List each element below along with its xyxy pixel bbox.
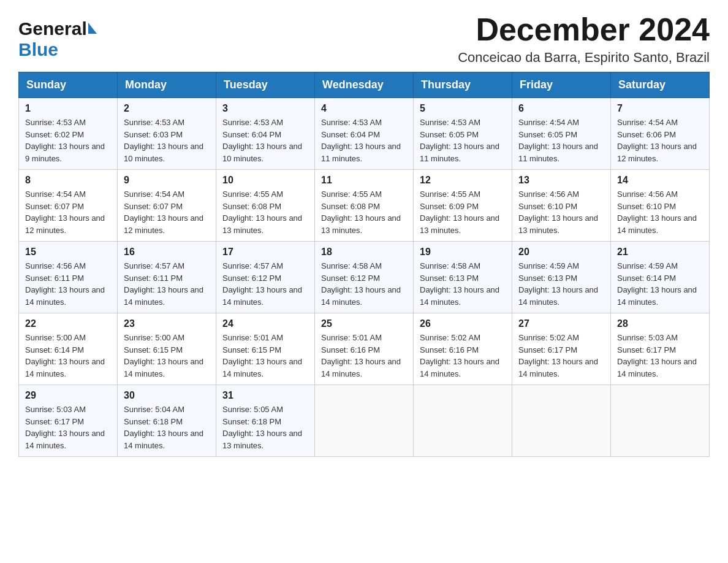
- day-number: 9: [124, 175, 210, 186]
- calendar-week-row: 15Sunrise: 4:56 AMSunset: 6:11 PMDayligh…: [19, 242, 710, 313]
- col-wednesday: Wednesday: [315, 72, 414, 98]
- day-info: Sunrise: 5:00 AMSunset: 6:14 PMDaylight:…: [25, 332, 111, 380]
- table-row: [512, 385, 611, 457]
- table-row: 7Sunrise: 4:54 AMSunset: 6:06 PMDaylight…: [611, 98, 710, 170]
- calendar-table: Sunday Monday Tuesday Wednesday Thursday…: [18, 72, 710, 457]
- day-info: Sunrise: 4:54 AMSunset: 6:06 PMDaylight:…: [617, 117, 703, 164]
- title-block: December 2024 Conceicao da Barra, Espiri…: [458, 12, 710, 66]
- day-info: Sunrise: 4:54 AMSunset: 6:07 PMDaylight:…: [25, 188, 111, 236]
- table-row: 4Sunrise: 4:53 AMSunset: 6:04 PMDaylight…: [315, 98, 414, 170]
- col-thursday: Thursday: [414, 72, 512, 98]
- table-row: 30Sunrise: 5:04 AMSunset: 6:18 PMDayligh…: [118, 385, 216, 457]
- day-info: Sunrise: 4:55 AMSunset: 6:09 PMDaylight:…: [420, 188, 506, 236]
- day-number: 5: [420, 103, 506, 114]
- table-row: [611, 385, 710, 457]
- day-info: Sunrise: 4:55 AMSunset: 6:08 PMDaylight:…: [222, 188, 308, 236]
- table-row: 5Sunrise: 4:53 AMSunset: 6:05 PMDaylight…: [414, 98, 512, 170]
- day-info: Sunrise: 5:00 AMSunset: 6:15 PMDaylight:…: [124, 332, 210, 380]
- day-number: 25: [321, 318, 407, 329]
- day-number: 30: [124, 390, 210, 401]
- day-info: Sunrise: 5:03 AMSunset: 6:17 PMDaylight:…: [617, 332, 703, 380]
- table-row: 6Sunrise: 4:54 AMSunset: 6:05 PMDaylight…: [512, 98, 611, 170]
- logo: General Blue: [18, 18, 97, 60]
- day-number: 7: [617, 103, 703, 114]
- table-row: 23Sunrise: 5:00 AMSunset: 6:15 PMDayligh…: [118, 313, 216, 385]
- table-row: 20Sunrise: 4:59 AMSunset: 6:13 PMDayligh…: [512, 242, 611, 313]
- day-info: Sunrise: 4:54 AMSunset: 6:05 PMDaylight:…: [518, 117, 604, 164]
- calendar-week-row: 8Sunrise: 4:54 AMSunset: 6:07 PMDaylight…: [19, 170, 710, 242]
- day-info: Sunrise: 4:56 AMSunset: 6:10 PMDaylight:…: [518, 188, 604, 236]
- month-title: December 2024: [458, 12, 710, 47]
- calendar-week-row: 29Sunrise: 5:03 AMSunset: 6:17 PMDayligh…: [19, 385, 710, 457]
- col-friday: Friday: [512, 72, 611, 98]
- day-number: 1: [25, 103, 111, 114]
- table-row: 25Sunrise: 5:01 AMSunset: 6:16 PMDayligh…: [315, 313, 414, 385]
- table-row: 24Sunrise: 5:01 AMSunset: 6:15 PMDayligh…: [216, 313, 315, 385]
- day-info: Sunrise: 4:53 AMSunset: 6:04 PMDaylight:…: [222, 117, 308, 164]
- day-number: 6: [518, 103, 604, 114]
- day-info: Sunrise: 5:02 AMSunset: 6:16 PMDaylight:…: [420, 332, 506, 380]
- page-header: General Blue December 2024 Conceicao da …: [18, 12, 710, 66]
- day-info: Sunrise: 5:05 AMSunset: 6:18 PMDaylight:…: [222, 404, 308, 451]
- table-row: 15Sunrise: 4:56 AMSunset: 6:11 PMDayligh…: [19, 242, 118, 313]
- day-info: Sunrise: 4:56 AMSunset: 6:11 PMDaylight:…: [25, 260, 111, 308]
- table-row: 13Sunrise: 4:56 AMSunset: 6:10 PMDayligh…: [512, 170, 611, 242]
- table-row: 11Sunrise: 4:55 AMSunset: 6:08 PMDayligh…: [315, 170, 414, 242]
- day-info: Sunrise: 4:58 AMSunset: 6:13 PMDaylight:…: [420, 260, 506, 308]
- day-number: 18: [321, 247, 407, 258]
- day-number: 20: [518, 247, 604, 258]
- day-number: 21: [617, 247, 703, 258]
- day-info: Sunrise: 5:01 AMSunset: 6:16 PMDaylight:…: [321, 332, 407, 380]
- day-number: 2: [124, 103, 210, 114]
- table-row: 26Sunrise: 5:02 AMSunset: 6:16 PMDayligh…: [414, 313, 512, 385]
- day-number: 29: [25, 390, 111, 401]
- day-number: 11: [321, 175, 407, 186]
- day-number: 31: [222, 390, 308, 401]
- table-row: 10Sunrise: 4:55 AMSunset: 6:08 PMDayligh…: [216, 170, 315, 242]
- day-number: 28: [617, 318, 703, 329]
- day-number: 10: [222, 175, 308, 186]
- table-row: 28Sunrise: 5:03 AMSunset: 6:17 PMDayligh…: [611, 313, 710, 385]
- table-row: 16Sunrise: 4:57 AMSunset: 6:11 PMDayligh…: [118, 242, 216, 313]
- table-row: 19Sunrise: 4:58 AMSunset: 6:13 PMDayligh…: [414, 242, 512, 313]
- col-saturday: Saturday: [611, 72, 710, 98]
- day-info: Sunrise: 4:58 AMSunset: 6:12 PMDaylight:…: [321, 260, 407, 308]
- table-row: 22Sunrise: 5:00 AMSunset: 6:14 PMDayligh…: [19, 313, 118, 385]
- table-row: 18Sunrise: 4:58 AMSunset: 6:12 PMDayligh…: [315, 242, 414, 313]
- day-info: Sunrise: 4:57 AMSunset: 6:12 PMDaylight:…: [222, 260, 308, 308]
- table-row: 8Sunrise: 4:54 AMSunset: 6:07 PMDaylight…: [19, 170, 118, 242]
- day-info: Sunrise: 5:01 AMSunset: 6:15 PMDaylight:…: [222, 332, 308, 380]
- day-number: 12: [420, 175, 506, 186]
- day-number: 17: [222, 247, 308, 258]
- col-monday: Monday: [118, 72, 216, 98]
- table-row: 3Sunrise: 4:53 AMSunset: 6:04 PMDaylight…: [216, 98, 315, 170]
- day-info: Sunrise: 4:55 AMSunset: 6:08 PMDaylight:…: [321, 188, 407, 236]
- day-number: 23: [124, 318, 210, 329]
- table-row: [414, 385, 512, 457]
- day-number: 8: [25, 175, 111, 186]
- logo-blue-text: Blue: [18, 39, 58, 60]
- table-row: 2Sunrise: 4:53 AMSunset: 6:03 PMDaylight…: [118, 98, 216, 170]
- day-number: 13: [518, 175, 604, 186]
- table-row: 29Sunrise: 5:03 AMSunset: 6:17 PMDayligh…: [19, 385, 118, 457]
- day-number: 24: [222, 318, 308, 329]
- table-row: 14Sunrise: 4:56 AMSunset: 6:10 PMDayligh…: [611, 170, 710, 242]
- day-info: Sunrise: 4:56 AMSunset: 6:10 PMDaylight:…: [617, 188, 703, 236]
- day-number: 15: [25, 247, 111, 258]
- calendar-week-row: 1Sunrise: 4:53 AMSunset: 6:02 PMDaylight…: [19, 98, 710, 170]
- table-row: 21Sunrise: 4:59 AMSunset: 6:14 PMDayligh…: [611, 242, 710, 313]
- logo-general-text: General: [18, 18, 87, 39]
- calendar-header-row: Sunday Monday Tuesday Wednesday Thursday…: [19, 72, 710, 98]
- day-number: 19: [420, 247, 506, 258]
- day-info: Sunrise: 4:53 AMSunset: 6:04 PMDaylight:…: [321, 117, 407, 164]
- day-number: 14: [617, 175, 703, 186]
- table-row: [315, 385, 414, 457]
- day-info: Sunrise: 4:53 AMSunset: 6:02 PMDaylight:…: [25, 117, 111, 164]
- col-sunday: Sunday: [19, 72, 118, 98]
- calendar-week-row: 22Sunrise: 5:00 AMSunset: 6:14 PMDayligh…: [19, 313, 710, 385]
- table-row: 12Sunrise: 4:55 AMSunset: 6:09 PMDayligh…: [414, 170, 512, 242]
- day-number: 16: [124, 247, 210, 258]
- day-info: Sunrise: 4:59 AMSunset: 6:13 PMDaylight:…: [518, 260, 604, 308]
- day-number: 27: [518, 318, 604, 329]
- day-info: Sunrise: 5:02 AMSunset: 6:17 PMDaylight:…: [518, 332, 604, 380]
